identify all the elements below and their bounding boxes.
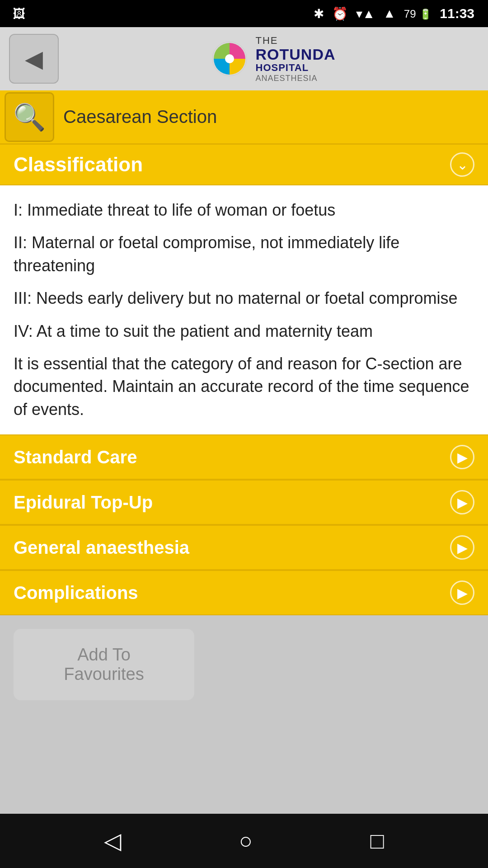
search-icon: 🔍 [13,102,46,132]
standard-care-label: Standard Care [14,447,137,467]
add-favourites-button[interactable]: Add To Favourites [14,629,194,700]
status-time: 11:33 [440,6,474,21]
wifi-icon: ▾▲ [356,6,375,21]
recent-nav-icon[interactable]: □ [371,828,384,854]
alarm-icon: ⏰ [332,6,348,21]
chevron-right-icon: ▶ [450,490,474,514]
list-item: I: Immediate threat to life of woman or … [14,199,474,222]
logo-the: THE [256,35,278,47]
logo-container: THE ROTUNDA HOSPITAL ANAESTHESIA [68,35,479,83]
status-bar: 🖼 ✱ ⏰ ▾▲ ▲ 79 🔋 11:33 [0,0,488,27]
logo-anaesthesia: ANAESTHESIA [256,74,318,83]
chevron-right-icon: ▶ [450,445,474,469]
classification-title: Classification [14,153,143,176]
logo-wheel-icon [211,41,248,77]
chevron-down-icon[interactable]: ⌄ [450,152,474,177]
search-icon-box[interactable]: 🔍 [5,92,54,142]
back-nav-icon[interactable]: ◁ [104,828,121,854]
complications-label: Complications [14,583,138,603]
list-item: III: Needs early delivery but no materna… [14,287,474,310]
list-item: II: Maternal or foetal compromise, not i… [14,231,474,277]
svg-point-1 [225,54,234,63]
logo-hospital: HOSPITAL [256,62,309,74]
bottom-nav-bar: ◁ ○ □ [0,814,488,868]
standard-care-button[interactable]: Standard Care ▶ [0,434,488,480]
bluetooth-icon: ✱ [314,6,324,21]
complications-button[interactable]: Complications ▶ [0,570,488,615]
notification-icon: 🖼 [13,7,25,21]
general-anaesthesia-button[interactable]: General anaesthesia ▶ [0,525,488,570]
home-nav-icon[interactable]: ○ [239,828,253,854]
list-item: It is essential that the category of and… [14,353,474,421]
classification-content: I: Immediate threat to life of woman or … [0,185,488,434]
top-nav: ◀ THE ROTUNDA HOSPITAL ANAESTHESIA [0,27,488,90]
search-bar[interactable]: 🔍 Caesarean Section [0,90,488,145]
classification-header[interactable]: Classification ⌄ [0,145,488,185]
back-button[interactable]: ◀ [9,34,59,84]
bottom-action-area: Add To Favourites [0,615,488,814]
epidural-topup-label: Epidural Top-Up [14,492,153,513]
search-text: Caesarean Section [59,107,217,127]
back-arrow-icon: ◀ [25,45,43,72]
list-item: IV: At a time to suit the patient and ma… [14,320,474,343]
chevron-right-icon: ▶ [450,535,474,560]
logo-text: THE ROTUNDA HOSPITAL ANAESTHESIA [256,35,336,83]
logo-rotunda: ROTUNDA [256,47,336,62]
general-anaesthesia-label: General anaesthesia [14,538,189,558]
chevron-right-icon: ▶ [450,580,474,605]
battery-icon: 79 🔋 [404,6,432,21]
signal-icon: ▲ [383,6,396,21]
epidural-topup-button[interactable]: Epidural Top-Up ▶ [0,480,488,525]
